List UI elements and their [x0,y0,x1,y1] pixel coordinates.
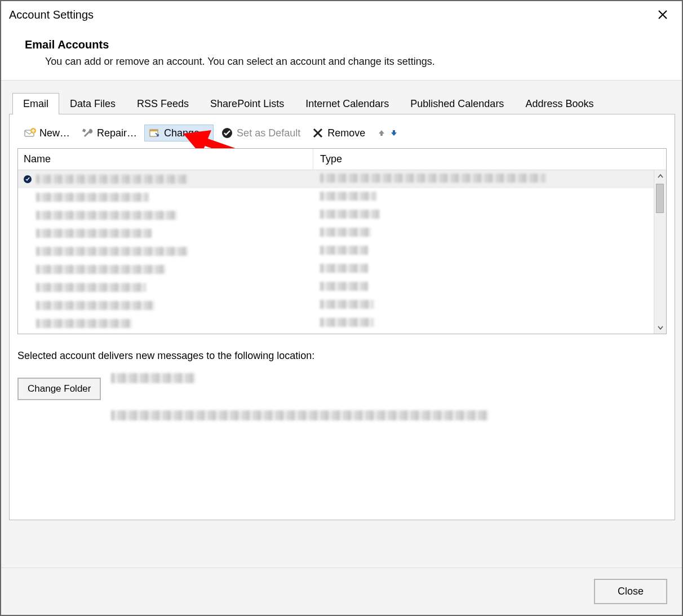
scroll-down-button[interactable] [654,321,666,334]
account-row[interactable] [18,224,654,242]
tab-email[interactable]: Email [12,93,59,114]
account-row[interactable] [18,278,654,296]
svg-rect-4 [150,130,158,131]
redacted-account-name [36,229,152,238]
redacted-account-type [320,192,376,201]
header: Email Accounts You can add or remove an … [1,28,682,81]
set-default-label: Set as Default [237,127,300,139]
account-settings-window: Account Settings Email Accounts You can … [0,0,683,616]
check-circle-icon [221,127,233,139]
tab-panel-email: New… Repair… Change… [9,114,675,520]
redacted-folder-name [111,373,196,383]
tab-published-calendars[interactable]: Published Calendars [400,93,515,114]
grid-header: Name Type [18,149,666,170]
chevron-down-icon [658,325,663,330]
toolbar: New… Repair… Change… [17,122,667,148]
grid-body [18,170,666,334]
account-row[interactable] [18,314,654,333]
redacted-account-name [36,265,166,274]
window-title: Account Settings [9,8,94,21]
redacted-account-type [320,318,374,327]
header-title: Email Accounts [25,38,663,51]
arrow-up-icon [378,129,385,137]
footer: Close [1,568,682,615]
scroll-up-button[interactable] [654,170,666,183]
arrow-down-icon [390,129,398,137]
redacted-account-name [36,283,146,292]
redacted-folder-path [111,410,489,420]
redacted-account-type [320,210,379,219]
change-label: Change… [164,127,210,139]
account-row[interactable] [18,296,654,314]
redacted-account-type [320,246,368,255]
redacted-account-name [36,211,177,220]
delivery-section: Selected account delivers new messages t… [17,334,667,423]
account-row[interactable] [18,206,654,224]
scrollbar[interactable] [654,170,666,334]
tools-icon [81,127,94,139]
redacted-account-name [36,175,188,184]
redacted-account-type [320,174,545,183]
redacted-account-name [36,193,149,202]
redacted-account-type [320,228,371,237]
accounts-grid: Name Type [17,148,667,334]
account-row[interactable] [18,260,654,278]
redacted-account-name [36,247,188,256]
tab-data-files[interactable]: Data Files [59,93,126,114]
redacted-account-type [320,282,368,291]
chevron-up-icon [658,174,663,179]
tab-strip: Email Data Files RSS Feeds SharePoint Li… [9,93,675,114]
remove-label: Remove [327,127,365,139]
move-down-button[interactable] [389,128,398,138]
titlebar: Account Settings [1,1,682,28]
account-row[interactable] [18,242,654,260]
column-header-name[interactable]: Name [18,149,313,170]
tab-internet-calendars[interactable]: Internet Calendars [295,93,400,114]
change-icon [148,127,161,139]
window-close-button[interactable] [651,3,674,26]
delivery-text: Selected account delivers new messages t… [17,350,667,362]
move-up-button[interactable] [377,128,386,138]
redacted-account-name [36,319,132,328]
redacted-account-name [36,301,154,310]
change-account-button[interactable]: Change… [144,125,214,141]
redacted-account-type [320,300,374,309]
header-subtitle: You can add or remove an account. You ca… [25,56,663,68]
column-header-type[interactable]: Type [313,149,654,170]
account-row[interactable] [18,188,654,206]
repair-label: Repair… [97,127,137,139]
new-account-button[interactable]: New… [20,125,74,141]
redacted-account-type [320,264,368,273]
tab-rss-feeds[interactable]: RSS Feeds [126,93,199,114]
tab-sharepoint-lists[interactable]: SharePoint Lists [199,93,295,114]
close-button[interactable]: Close [594,579,667,604]
envelope-new-icon [24,127,36,139]
repair-account-button[interactable]: Repair… [77,125,141,141]
default-account-icon [24,175,32,183]
change-folder-button[interactable]: Change Folder [17,378,101,400]
scroll-thumb[interactable] [656,184,664,213]
close-icon [658,10,668,20]
remove-account-button[interactable]: Remove [308,125,369,141]
content-area: Email Data Files RSS Feeds SharePoint Li… [1,81,682,568]
account-row[interactable] [18,170,654,188]
x-icon [312,127,324,139]
svg-rect-2 [82,128,86,132]
set-default-button[interactable]: Set as Default [217,125,304,141]
new-label: New… [39,127,70,139]
tab-address-books[interactable]: Address Books [515,93,604,114]
